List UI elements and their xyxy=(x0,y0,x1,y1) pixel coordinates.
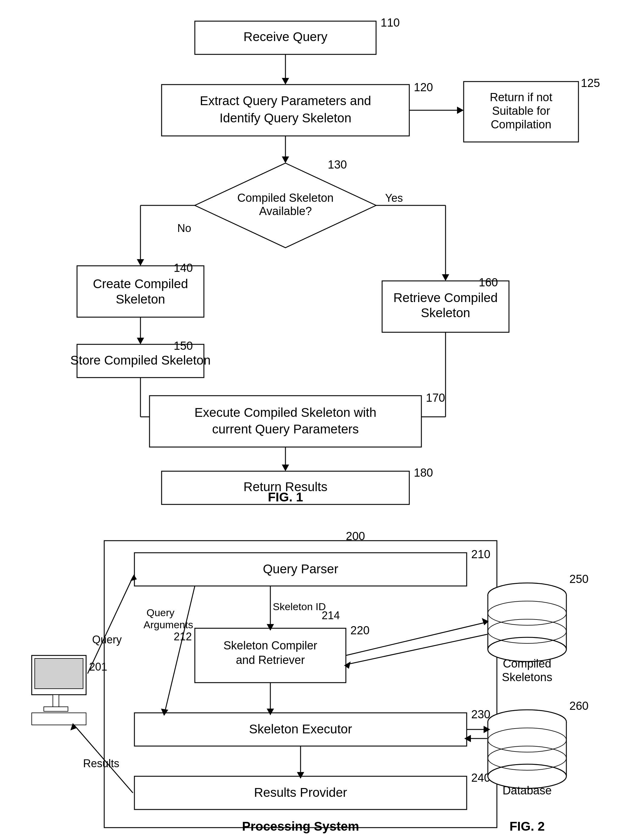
skeleton-compiler-line1: Skeleton Compiler xyxy=(223,639,317,652)
svg-marker-12 xyxy=(137,259,144,266)
query-label: Query xyxy=(92,633,122,646)
label-170: 170 xyxy=(426,392,445,404)
label-130: 130 xyxy=(328,158,347,171)
label-125: 125 xyxy=(581,77,600,89)
execute-compiled-line2: current Query Parameters xyxy=(212,422,359,436)
svg-rect-52 xyxy=(53,695,59,707)
svg-rect-54 xyxy=(32,713,86,725)
skeleton-id-text: Skeleton ID xyxy=(273,601,326,612)
label-201: 201 xyxy=(89,661,107,673)
retrieve-compiled-line2: Skeleton xyxy=(421,306,470,320)
svg-rect-3 xyxy=(162,85,409,136)
svg-marker-19 xyxy=(442,274,449,281)
return-not-suitable-line1: Return if not xyxy=(490,91,552,104)
label-150: 150 xyxy=(174,339,193,352)
label-250: 250 xyxy=(569,573,588,585)
return-not-suitable-line3: Compilation xyxy=(491,118,551,131)
create-compiled-line2: Skeleton xyxy=(116,292,165,306)
svg-marker-8 xyxy=(282,156,289,163)
fig1-container: Receive Query 110 Extract Query Paramete… xyxy=(12,12,619,510)
svg-marker-29 xyxy=(282,464,289,471)
label-120: 120 xyxy=(414,81,433,94)
label-200: 200 xyxy=(346,530,365,543)
label-260: 260 xyxy=(569,699,588,712)
svg-marker-5 xyxy=(457,107,464,114)
create-compiled-line1: Create Compiled xyxy=(93,277,188,291)
results-provider-text: Results Provider xyxy=(254,785,347,799)
diamond-line2: Available? xyxy=(259,205,312,218)
svg-rect-51 xyxy=(35,658,83,689)
store-compiled-text: Store Compiled Skeleton xyxy=(70,353,211,367)
label-180: 180 xyxy=(414,466,433,479)
query-arguments-text: Query xyxy=(147,607,175,618)
extract-query-line2: Identify Query Skeleton xyxy=(219,111,351,125)
label-220: 220 xyxy=(350,624,369,637)
label-230: 230 xyxy=(471,708,490,721)
svg-marker-15 xyxy=(137,338,144,344)
compiled-skeletons-line1: Compiled xyxy=(503,657,551,670)
label-160: 160 xyxy=(479,276,498,289)
skeleton-compiler-line2: and Retriever xyxy=(236,654,304,666)
svg-rect-27 xyxy=(150,396,421,447)
fig2-svg: 200 Query Parser 210 Skeleton Compiler a… xyxy=(14,529,618,840)
svg-rect-53 xyxy=(44,707,68,711)
label-110: 110 xyxy=(380,16,400,29)
query-arguments-text2: Arguments xyxy=(144,619,193,630)
processing-system-label: Processing System xyxy=(242,819,359,834)
database-text: Database xyxy=(502,784,552,797)
fig1-svg: Receive Query 110 Extract Query Paramete… xyxy=(14,12,618,510)
execute-compiled-line1: Execute Compiled Skeleton with xyxy=(194,405,376,420)
query-parser-text: Query Parser xyxy=(263,562,338,576)
results-label: Results xyxy=(83,757,119,770)
compiled-skeletons-line2: Skeletons xyxy=(502,671,552,684)
label-210: 210 xyxy=(471,548,490,561)
label-214: 214 xyxy=(322,609,340,622)
yes-label: Yes xyxy=(385,192,403,204)
main-container: Receive Query 110 Extract Query Paramete… xyxy=(0,0,631,840)
retrieve-compiled-line1: Retrieve Compiled xyxy=(393,291,497,305)
no-label: No xyxy=(177,222,191,234)
svg-marker-2 xyxy=(282,78,289,85)
skeleton-executor-text: Skeleton Executor xyxy=(249,722,352,736)
return-not-suitable-line2: Suitable for xyxy=(492,104,550,117)
fig2-container: 200 Query Parser 210 Skeleton Compiler a… xyxy=(12,529,619,840)
label-140: 140 xyxy=(174,262,193,274)
label-212: 212 xyxy=(174,630,192,643)
receive-query-text: Receive Query xyxy=(243,30,327,44)
fig2-label: FIG. 2 xyxy=(509,819,544,834)
fig1-label: FIG. 1 xyxy=(268,490,303,504)
diamond-line1: Compiled Skeleton xyxy=(237,191,333,204)
extract-query-line1: Extract Query Parameters and xyxy=(200,94,371,108)
